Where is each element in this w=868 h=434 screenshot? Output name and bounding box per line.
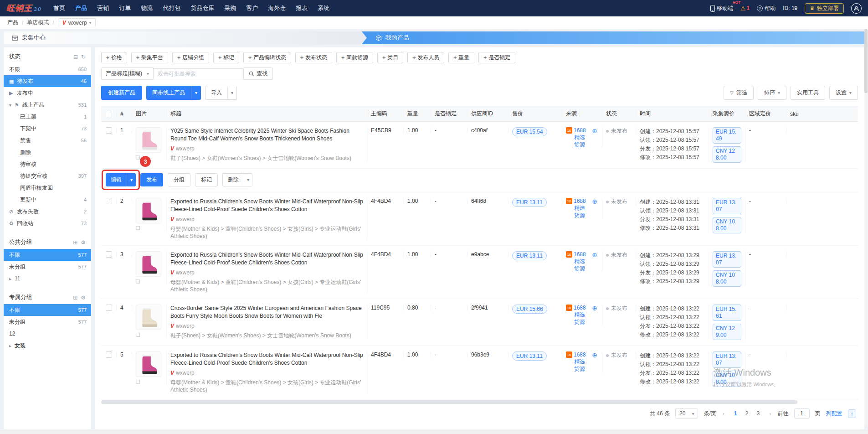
open-source-icon[interactable]: ⊕ xyxy=(592,305,597,312)
tab-my-products[interactable]: 我的产品 xyxy=(362,31,864,44)
source-label-link[interactable]: 精选货源 xyxy=(574,204,588,219)
sidebar-item[interactable]: 12 xyxy=(4,328,91,340)
filter-chip-10[interactable]: +重量 xyxy=(448,52,474,63)
product-image[interactable] xyxy=(136,198,161,223)
find-similar-icon[interactable]: ❏ xyxy=(136,279,140,284)
prev-page-icon[interactable]: ‹ xyxy=(722,410,725,417)
tab-collect-center[interactable]: 采集中心 xyxy=(4,31,362,44)
add-group-icon[interactable]: ⊞ xyxy=(73,294,77,301)
source-label-link[interactable]: 精选货源 xyxy=(574,358,588,372)
row-checkbox[interactable] xyxy=(106,305,112,311)
shop-selector[interactable]: V wxwerp ▾ xyxy=(58,18,96,27)
filter-chip-5[interactable]: +产品编辑状态 xyxy=(243,52,291,63)
nav-item-2[interactable]: 产品 xyxy=(74,3,88,13)
chevron-down-icon[interactable]: ▾ xyxy=(191,86,201,100)
import-label[interactable]: 导入 xyxy=(205,86,227,99)
refresh-icon[interactable]: ↻ xyxy=(81,54,86,60)
sidebar-item[interactable]: 不限650 xyxy=(4,63,91,75)
row-checkbox[interactable] xyxy=(106,351,112,358)
page-number-1[interactable]: 1 xyxy=(731,409,740,418)
delete-button[interactable]: 删除 xyxy=(223,174,244,186)
page-number-3[interactable]: 3 xyxy=(753,409,763,418)
publish-button[interactable]: 发布 xyxy=(140,173,163,186)
sync-label[interactable]: 同步线上产品 xyxy=(146,86,191,100)
product-image[interactable] xyxy=(136,351,161,377)
sidebar-item[interactable]: 不限577 xyxy=(4,249,91,261)
filter-chip-11[interactable]: +是否锁定 xyxy=(478,52,515,63)
vertical-scrollbar[interactable] xyxy=(864,29,868,426)
edit-button-group[interactable]: 编辑 ▾ 3 xyxy=(106,173,136,186)
nav-item-4[interactable]: 订单 xyxy=(118,3,132,13)
mark-button[interactable]: 标记 xyxy=(195,173,218,186)
product-image[interactable] xyxy=(136,251,161,277)
filter-chip-8[interactable]: +类目 xyxy=(377,52,403,63)
sidebar-item[interactable]: 同盾审核发回 xyxy=(4,182,91,194)
import-button[interactable]: 导入 ▾ xyxy=(205,86,237,100)
nav-item-10[interactable]: 海外仓 xyxy=(267,3,287,13)
filter-chip-7[interactable]: +同款货源 xyxy=(336,52,373,63)
help-link[interactable]: ? 帮助 xyxy=(757,5,776,12)
open-source-icon[interactable]: ⊕ xyxy=(592,251,597,258)
source-platform-link[interactable]: 1688 xyxy=(574,198,586,204)
breadcrumb-level1[interactable]: 产品 xyxy=(7,19,18,26)
nav-item-1[interactable]: 首页 xyxy=(52,3,66,13)
sidebar-item[interactable]: ⊘发布失败2 xyxy=(4,206,91,217)
gear-icon[interactable]: ⚙ xyxy=(81,294,86,301)
row-checkbox[interactable] xyxy=(106,198,112,204)
page-number-2[interactable]: 2 xyxy=(742,409,752,418)
edit-dropdown-caret[interactable]: ▾ xyxy=(127,173,136,186)
chevron-down-icon[interactable]: ▾ xyxy=(227,86,236,99)
goto-page-input[interactable] xyxy=(794,408,810,418)
product-title[interactable]: Y025 Same Style Internet Celebrity 2025 … xyxy=(170,127,363,143)
search-input[interactable] xyxy=(154,68,244,79)
product-image[interactable] xyxy=(136,127,161,153)
expand-icon[interactable]: ▾ xyxy=(9,103,15,108)
avatar[interactable] xyxy=(851,3,862,14)
sort-button[interactable]: 排序 ▾ xyxy=(758,86,786,100)
alert-indicator[interactable]: ⚠ 1 xyxy=(740,5,750,12)
delete-button-group[interactable]: 删除 ▾ xyxy=(222,173,252,186)
sidebar-item[interactable]: 已上架1 xyxy=(4,111,91,123)
filter-chip-4[interactable]: +标记 xyxy=(213,52,239,63)
expand-icon[interactable]: ▸ xyxy=(9,276,15,281)
row-checkbox[interactable] xyxy=(106,251,112,258)
sidebar-item[interactable]: 删除 xyxy=(4,146,91,158)
create-product-button[interactable]: 创建新产品 xyxy=(101,86,142,100)
nav-item-8[interactable]: 采购 xyxy=(223,3,237,13)
source-label-link[interactable]: 精选货源 xyxy=(574,258,588,272)
filter-chip-1[interactable]: +价格 xyxy=(101,52,127,63)
product-image[interactable] xyxy=(136,305,161,330)
nav-item-11[interactable]: 报表 xyxy=(295,3,308,13)
nav-item-5[interactable]: 物流 xyxy=(140,3,154,13)
scrollbar-thumb[interactable] xyxy=(864,29,868,93)
open-source-icon[interactable]: ⊕ xyxy=(592,127,597,134)
filter-chip-3[interactable]: +店铺分组 xyxy=(172,52,209,63)
sidebar-item[interactable]: 不限577 xyxy=(4,304,91,316)
expand-icon[interactable]: ▸ xyxy=(9,343,15,348)
filter-chip-6[interactable]: +发布状态 xyxy=(295,52,332,63)
product-title[interactable]: Cross-Border Same Style 2025 Winter Euro… xyxy=(170,305,363,320)
gear-icon[interactable]: ⚙ xyxy=(81,239,86,246)
find-similar-icon[interactable]: ❏ xyxy=(136,225,140,231)
mobile-link[interactable]: 移动端 HOT xyxy=(710,5,733,12)
source-platform-link[interactable]: 1688 xyxy=(574,305,586,311)
find-button[interactable]: 查找 xyxy=(244,67,273,80)
group-button[interactable]: 分组 xyxy=(168,173,190,186)
find-similar-icon[interactable]: ❏ xyxy=(136,332,140,338)
sync-products-button[interactable]: 同步线上产品 ▾ xyxy=(146,86,201,100)
product-title[interactable]: Exported to Russia Children's Snow Boots… xyxy=(170,198,363,213)
product-title[interactable]: Exported to Russia Children's Snow Boots… xyxy=(170,251,363,267)
tools-button[interactable]: 实用工具 xyxy=(791,86,825,100)
source-label-link[interactable]: 精选货源 xyxy=(574,311,588,326)
scrollbar-thumb[interactable] xyxy=(101,400,797,404)
sidebar-item[interactable]: 更新中4 xyxy=(4,194,91,206)
filter-button[interactable]: ▽ 筛选 xyxy=(724,86,754,100)
sidebar-item[interactable]: ▶发布中 xyxy=(4,87,91,99)
source-platform-link[interactable]: 1688 xyxy=(574,251,586,258)
page-size-select[interactable]: 20 ▾ xyxy=(675,408,698,418)
product-title[interactable]: Exported to Russia Children's Snow Boots… xyxy=(170,351,363,367)
next-page-icon[interactable]: › xyxy=(768,410,772,417)
sidebar-item[interactable]: 未分组577 xyxy=(4,261,91,273)
sidebar-item[interactable]: 禁售56 xyxy=(4,134,91,146)
collapse-icon[interactable]: ⊟ xyxy=(73,54,78,60)
